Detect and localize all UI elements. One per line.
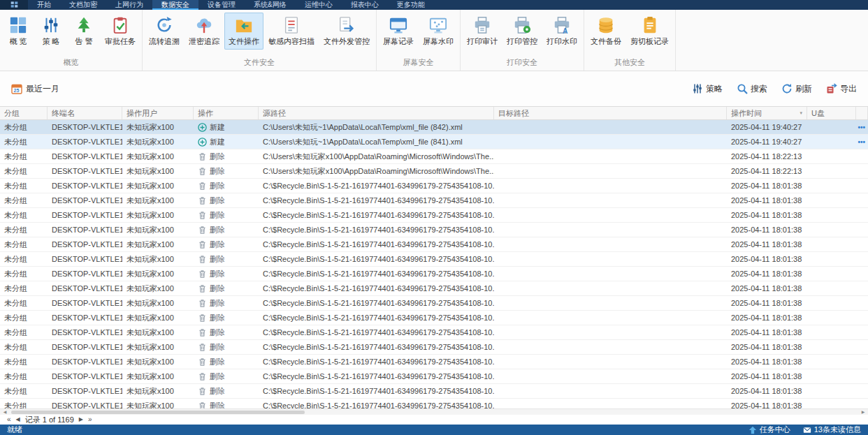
table-row[interactable]: 未分组DESKTOP-VLKTLE1未知玩家x100删除C:\$Recycle.… bbox=[0, 193, 868, 208]
table-row[interactable]: 未分组DESKTOP-VLKTLE1未知玩家x100删除C:\$Recycle.… bbox=[0, 296, 868, 311]
cell-time: 2025-04-11 18:01:38 bbox=[727, 223, 807, 237]
date-range-button[interactable]: 25 最近一月 bbox=[11, 83, 59, 95]
row-menu-button[interactable]: ••• bbox=[856, 135, 868, 149]
table-row[interactable]: 未分组DESKTOP-VLKTLE1未知玩家x100删除C:\$Recycle.… bbox=[0, 208, 868, 223]
table-row[interactable]: 未分组DESKTOP-VLKTLE1未知玩家x100删除C:\$Recycle.… bbox=[0, 325, 868, 340]
table-row[interactable]: 未分组DESKTOP-VLKTLE1未知玩家x100删除C:\Users\未知玩… bbox=[0, 149, 868, 164]
scrollbar-track[interactable] bbox=[10, 410, 858, 415]
column-header[interactable] bbox=[856, 107, 868, 119]
column-header[interactable]: 分组 bbox=[0, 107, 48, 119]
operation-label: 新建 bbox=[210, 137, 225, 147]
cell-group: 未分组 bbox=[0, 311, 48, 325]
filter-action-refresh[interactable]: 刷新 bbox=[781, 83, 812, 95]
cell-usb bbox=[807, 384, 856, 398]
operation-label: 删除 bbox=[210, 254, 225, 265]
column-header[interactable]: 操作时间▾ bbox=[727, 107, 807, 119]
ribbon-tool-print-control[interactable]: 打印管控 bbox=[502, 13, 542, 50]
cell-time: 2025-04-11 18:01:38 bbox=[727, 193, 807, 207]
cell-target-path bbox=[494, 208, 727, 222]
ribbon-tool-label: 打印审计 bbox=[467, 36, 498, 47]
cell-user: 未知玩家x100 bbox=[122, 355, 194, 369]
table-row[interactable]: 未分组DESKTOP-VLKTLE1未知玩家x100删除C:\$Recycle.… bbox=[0, 237, 868, 252]
trash-icon bbox=[198, 211, 207, 220]
ribbon-tool-overview-grid[interactable]: 概 览 bbox=[2, 13, 34, 50]
table-row[interactable]: 未分组DESKTOP-VLKTLE1未知玩家x100删除C:\$Recycle.… bbox=[0, 252, 868, 267]
cell-time: 2025-04-11 18:01:38 bbox=[727, 208, 807, 222]
operation-label: 删除 bbox=[210, 210, 225, 221]
table-row[interactable]: 未分组DESKTOP-VLKTLE1未知玩家x100删除C:\$Recycle.… bbox=[0, 369, 868, 384]
filter-action-export[interactable]: 导出 bbox=[826, 83, 857, 95]
ribbon-tool-clipboard-record[interactable]: 剪切板记录 bbox=[626, 13, 673, 50]
ribbon-tool-print-audit[interactable]: 打印审计 bbox=[463, 13, 502, 50]
ribbon-tool-alert-tree[interactable]: 告 警 bbox=[68, 13, 100, 50]
status-item-mail[interactable]: 13条未读信息 bbox=[803, 425, 861, 435]
filter-action-search[interactable]: 搜索 bbox=[737, 83, 767, 95]
table-row[interactable]: 未分组DESKTOP-VLKTLE1未知玩家x100新建C:\Users\未知玩… bbox=[0, 135, 868, 149]
ribbon-tool-screen-record[interactable]: 屏幕记录 bbox=[379, 13, 418, 50]
ribbon-tool-file-operation[interactable]: 文件操作 bbox=[224, 13, 263, 50]
ribbon-tool-label: 剪切板记录 bbox=[630, 36, 669, 47]
ribbon-tool-approval-clipboard[interactable]: 审批任务 bbox=[101, 13, 140, 50]
filter-dropdown-icon[interactable]: ▾ bbox=[800, 110, 802, 116]
menubar-item[interactable]: 报表中心 bbox=[342, 0, 388, 10]
menubar-item[interactable]: 文档加密 bbox=[60, 0, 106, 10]
operation-label: 新建 bbox=[210, 122, 225, 133]
ribbon-tool-label: 告 警 bbox=[75, 36, 92, 47]
ribbon-tool-policy-sliders[interactable]: 策 略 bbox=[35, 13, 67, 50]
menubar-item[interactable]: 开始 bbox=[28, 0, 60, 10]
table-row[interactable]: 未分组DESKTOP-VLKTLE1未知玩家x100删除C:\$Recycle.… bbox=[0, 384, 868, 399]
menubar-item[interactable]: 上网行为 bbox=[106, 0, 152, 10]
column-header[interactable]: 操作用户 bbox=[122, 107, 194, 119]
ribbon-tool-flow-trace[interactable]: 流转追溯 bbox=[145, 13, 184, 50]
row-menu-button bbox=[856, 267, 868, 281]
menubar-item[interactable]: 系统&网络 bbox=[245, 0, 296, 10]
filter-action-policy-small[interactable]: 策略 bbox=[692, 83, 723, 95]
table-row[interactable]: 未分组DESKTOP-VLKTLE1未知玩家x100新建C:\Users\未知玩… bbox=[0, 120, 868, 135]
status-item-task-center[interactable]: 任务中心 bbox=[748, 425, 790, 435]
ribbon-tool-screen-watermark[interactable]: 屏幕水印 bbox=[419, 13, 458, 50]
row-menu-button bbox=[856, 164, 868, 178]
policy-sliders-icon bbox=[42, 16, 60, 34]
column-header-label: 操作用户 bbox=[126, 108, 157, 119]
menubar-item[interactable]: 运维中心 bbox=[296, 0, 342, 10]
ribbon-tools: 文件备份剪切板记录 bbox=[586, 10, 673, 57]
cell-usb bbox=[807, 281, 856, 295]
scroll-right-icon[interactable] bbox=[858, 409, 868, 415]
cell-target-path bbox=[494, 384, 727, 398]
menubar-item[interactable]: 数据安全 bbox=[152, 0, 198, 10]
column-header[interactable]: U盘 bbox=[807, 107, 856, 119]
cell-terminal: DESKTOP-VLKTLE1 bbox=[48, 149, 122, 163]
table-row[interactable]: 未分组DESKTOP-VLKTLE1未知玩家x100删除C:\$Recycle.… bbox=[0, 179, 868, 193]
cell-operation: 删除 bbox=[194, 355, 259, 369]
column-header[interactable]: 终端名 bbox=[48, 107, 122, 119]
prev-page-button[interactable] bbox=[16, 415, 20, 425]
column-header[interactable]: 源路径 bbox=[259, 107, 494, 119]
table-row[interactable]: 未分组DESKTOP-VLKTLE1未知玩家x100删除C:\Users\未知玩… bbox=[0, 164, 868, 179]
table-row[interactable]: 未分组DESKTOP-VLKTLE1未知玩家x100删除C:\$Recycle.… bbox=[0, 355, 868, 369]
menubar-item[interactable]: 更多功能 bbox=[388, 0, 434, 10]
row-menu-button[interactable]: ••• bbox=[856, 120, 868, 134]
ribbon-tool-file-backup[interactable]: 文件备份 bbox=[586, 13, 625, 50]
table-row[interactable]: 未分组DESKTOP-VLKTLE1未知玩家x100删除C:\$Recycle.… bbox=[0, 281, 868, 296]
table-row[interactable]: 未分组DESKTOP-VLKTLE1未知玩家x100删除C:\$Recycle.… bbox=[0, 311, 868, 325]
operation-label: 删除 bbox=[210, 181, 225, 191]
ribbon-tool-leak-track[interactable]: 泄密追踪 bbox=[185, 13, 224, 50]
table-row[interactable]: 未分组DESKTOP-VLKTLE1未知玩家x100删除C:\$Recycle.… bbox=[0, 223, 868, 237]
table-row[interactable]: 未分组DESKTOP-VLKTLE1未知玩家x100删除C:\$Recycle.… bbox=[0, 340, 868, 355]
cell-user: 未知玩家x100 bbox=[122, 311, 194, 325]
column-header[interactable]: 目标路径 bbox=[494, 107, 727, 119]
scrollbar-thumb[interactable] bbox=[11, 411, 305, 414]
column-header[interactable]: 操作 bbox=[194, 107, 259, 119]
ribbon-tool-print-watermark[interactable]: A打印水印 bbox=[542, 13, 581, 50]
app-menu-button[interactable] bbox=[0, 0, 28, 10]
operation-label: 删除 bbox=[210, 401, 225, 409]
ribbon-tool-file-outgoing[interactable]: 文件外发管控 bbox=[319, 13, 374, 50]
table-row[interactable]: 未分组DESKTOP-VLKTLE1未知玩家x100删除C:\$Recycle.… bbox=[0, 399, 868, 408]
menubar-item[interactable]: 设备管理 bbox=[198, 0, 245, 10]
first-page-button[interactable] bbox=[7, 415, 11, 425]
ribbon-tool-sensitive-scan[interactable]: 敏感内容扫描 bbox=[264, 13, 319, 50]
last-page-button[interactable] bbox=[88, 415, 92, 425]
horizontal-scrollbar[interactable] bbox=[0, 408, 868, 415]
next-page-button[interactable] bbox=[79, 415, 83, 425]
table-row[interactable]: 未分组DESKTOP-VLKTLE1未知玩家x100删除C:\$Recycle.… bbox=[0, 267, 868, 281]
